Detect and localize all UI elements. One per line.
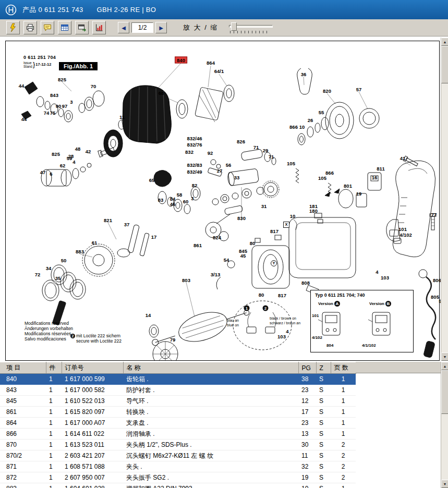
part-callout[interactable]: 801 [344, 183, 352, 189]
part-callout[interactable]: X [283, 222, 289, 228]
part-callout[interactable]: 105 [318, 175, 326, 181]
diagram-scroll-down-button[interactable]: ▼ [441, 352, 448, 361]
part-callout[interactable]: 103 [381, 275, 389, 280]
part-callout[interactable]: 843 [50, 92, 58, 98]
part-callout[interactable]: 808 [301, 280, 310, 286]
part-callout[interactable]: 2 [263, 306, 269, 311]
part-callout[interactable]: 825 [58, 77, 66, 82]
part-callout[interactable]: 840 [175, 57, 187, 64]
part-callout[interactable]: 92 [208, 150, 213, 156]
part-callout[interactable]: 50 [61, 258, 67, 263]
part-callout[interactable]: 11 [119, 114, 125, 120]
part-callout[interactable]: 6 [50, 171, 52, 177]
part-callout[interactable]: 806 [433, 277, 441, 283]
part-callout[interactable]: Y [271, 260, 277, 266]
part-callout[interactable]: 72 [35, 272, 41, 277]
part-callout[interactable]: 4 [376, 269, 378, 275]
part-callout[interactable]: 105 [287, 161, 295, 166]
part-callout[interactable]: 46 [170, 201, 176, 207]
part-callout[interactable]: 3 [70, 99, 72, 105]
part-callout[interactable]: 820 [323, 88, 331, 94]
table-scroll-down-button[interactable]: ▼ [441, 480, 448, 488]
part-callout[interactable]: 56 [226, 162, 232, 168]
chart-button[interactable] [92, 21, 106, 34]
col-z[interactable]: Z [316, 362, 331, 374]
part-callout[interactable]: 31 [261, 203, 267, 209]
col-pages[interactable]: 页 数 [331, 362, 356, 374]
part-callout[interactable]: 103 [277, 334, 286, 339]
table-row[interactable]: 86111 615 820 097转换块 .17S1 [0, 407, 356, 418]
part-callout[interactable]: 830 [237, 215, 246, 221]
part-callout[interactable]: 42 [86, 149, 91, 154]
part-callout[interactable]: 58 [177, 192, 183, 198]
table-row[interactable]: 84011 617 000 599齿轮箱 .38S1 [0, 374, 356, 385]
part-callout[interactable]: 45 [240, 253, 246, 259]
zoom-slider-thumb[interactable] [231, 22, 237, 31]
export-button[interactable] [75, 21, 89, 34]
part-callout[interactable]: 34 [46, 265, 52, 271]
diagram-canvas[interactable]: 0 611 251 704 Issue Stand } 17-12-12 Fig… [5, 41, 440, 361]
part-callout[interactable]: 54 [224, 257, 229, 263]
part-callout[interactable]: 14 [146, 312, 151, 318]
part-callout[interactable]: 866 [289, 124, 298, 130]
table-row[interactable]: 87212 607 950 007夹头扳手 SG2 .19S2 [0, 472, 356, 483]
col-pg[interactable]: PG [298, 362, 316, 374]
part-callout[interactable]: 55 [319, 109, 324, 115]
part-callout[interactable]: 817 [278, 292, 286, 298]
part-callout[interactable]: 4 [286, 328, 288, 334]
table-row[interactable]: 870/212 603 421 207沉头螺钉 M6x27-KØ11 左 螺 纹… [0, 450, 356, 461]
part-callout[interactable]: 26 [308, 117, 313, 123]
part-callout[interactable]: 83 [158, 197, 164, 203]
diagram-scrollbar[interactable]: ▲ ▼ [441, 38, 448, 361]
table-scrollbar[interactable]: ▲ ▼ [441, 362, 448, 488]
part-callout[interactable]: 883 [76, 249, 84, 254]
print-button[interactable] [23, 21, 37, 34]
table-row[interactable]: 84311 617 000 582防护衬套 .23S1 [0, 385, 356, 396]
part-callout[interactable]: 74 [44, 110, 50, 116]
part-callout[interactable]: 90 [56, 103, 62, 109]
part-callout[interactable]: 832/49 [187, 169, 202, 175]
col-order-number[interactable]: 订单号 [62, 362, 123, 374]
part-callout[interactable]: 1 [244, 306, 250, 311]
part-callout[interactable]: 27 [217, 168, 223, 174]
part-callout[interactable]: 61 [92, 240, 98, 246]
comment-button[interactable] [41, 21, 54, 34]
part-callout[interactable]: 817 [270, 228, 279, 234]
diagram-scroll-up-button[interactable]: ▲ [441, 38, 448, 46]
prev-page-button[interactable]: ◀ [118, 22, 129, 33]
part-callout[interactable]: 64/1 [214, 68, 224, 74]
part-callout[interactable]: 861 [193, 242, 202, 248]
part-callout[interactable]: 80 [259, 292, 264, 298]
part-callout[interactable]: 866 [325, 170, 334, 176]
part-callout[interactable]: 3 [191, 196, 193, 201]
part-callout[interactable]: 79 [170, 337, 176, 343]
part-callout[interactable]: 101 [398, 226, 407, 232]
part-callout[interactable]: 824 [213, 235, 221, 240]
part-callout[interactable]: 16 [372, 175, 378, 180]
part-callout[interactable]: 4/102 [399, 232, 412, 238]
col-item[interactable]: 项 目 [0, 362, 46, 374]
part-callout[interactable]: 62 [60, 163, 66, 168]
select-part-button[interactable] [6, 21, 20, 34]
part-callout[interactable]: 57 [356, 87, 362, 92]
part-callout[interactable]: 68 [159, 90, 164, 96]
col-name[interactable]: 名 称 [123, 362, 298, 374]
table-scroll-up-button[interactable]: ▲ [441, 362, 448, 370]
table-row[interactable]: 87011 613 523 011夹头柄 1/2", SDS-Plus .30S… [0, 440, 356, 450]
part-callout[interactable]: 29 [263, 148, 269, 153]
part-callout[interactable]: 10 [290, 213, 296, 219]
part-callout[interactable]: 864 [207, 60, 215, 66]
part-callout[interactable]: 803 [182, 277, 190, 283]
part-callout[interactable]: 71 [253, 144, 259, 150]
part-callout[interactable]: 44 [21, 116, 27, 122]
part-callout[interactable]: 41 [400, 155, 406, 161]
part-callout[interactable]: 10 [299, 124, 305, 130]
part-callout[interactable]: 811 [377, 166, 384, 172]
part-callout[interactable]: 97 [62, 103, 68, 109]
table-row[interactable]: 88311 604 601 028弹簧扣圈 A22 DIN 7993 .10S1 [0, 483, 356, 488]
part-callout[interactable]: 59 [67, 155, 72, 161]
table-row[interactable]: 86411 617 000 A07支承盘 .23S1 [0, 418, 356, 429]
table-row[interactable]: 84511 610 522 013导气环 .12S1 [0, 396, 356, 407]
part-callout[interactable]: 82 [192, 182, 198, 188]
part-callout[interactable]: 60 [183, 199, 189, 204]
